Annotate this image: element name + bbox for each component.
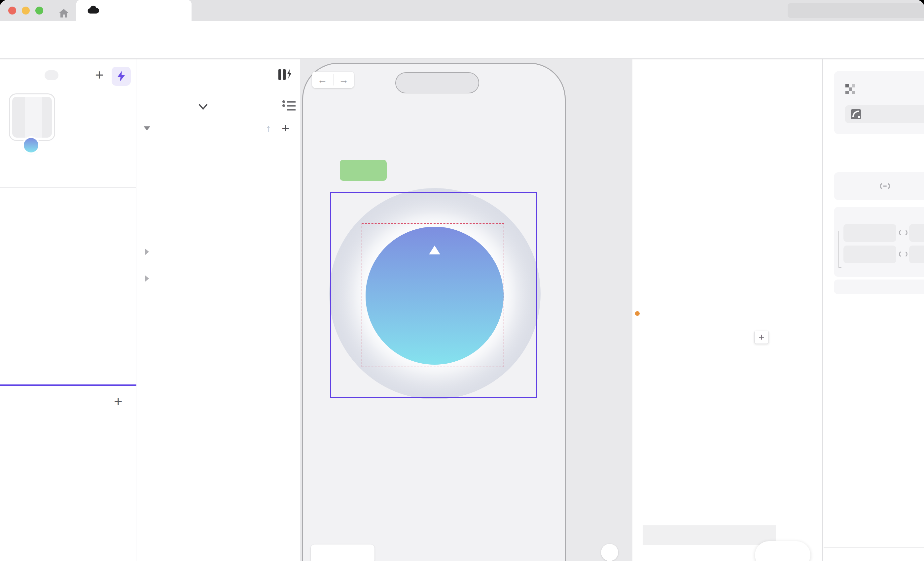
help-button[interactable] <box>601 544 618 561</box>
back-arrow-icon[interactable]: ← <box>312 74 333 85</box>
home-icon[interactable] <box>58 8 69 18</box>
properties-panel <box>822 59 924 561</box>
dynamic-island <box>395 72 479 93</box>
minimize-window-button[interactable] <box>22 7 30 15</box>
range-to-1[interactable] <box>909 224 924 242</box>
color-layer-icon <box>851 109 861 119</box>
add-component-button[interactable]: + <box>282 121 289 136</box>
range-from-2[interactable] <box>843 245 896 263</box>
link-icon <box>898 230 908 236</box>
selected-layer-row[interactable] <box>845 105 924 123</box>
components-panel: ↑ + <box>136 59 300 561</box>
drop-indicator <box>0 384 136 386</box>
add-variable-button[interactable]: + <box>114 393 123 410</box>
canvas[interactable]: ← → <box>300 59 632 561</box>
collapse-caret-icon[interactable] <box>144 126 150 130</box>
range-to-2[interactable] <box>909 245 924 263</box>
upload-component-icon[interactable]: ↑ <box>266 123 271 134</box>
add-response-button[interactable]: + <box>754 331 769 344</box>
interactions-panel: + <box>632 59 822 561</box>
toolbar <box>0 21 924 59</box>
tab-pressure-control[interactable] <box>76 0 192 21</box>
range-from-1[interactable] <box>843 224 896 242</box>
tab-bar <box>0 0 924 21</box>
link-icon <box>898 251 908 257</box>
scene-nav-buttons[interactable]: ← → <box>312 72 354 88</box>
app-window: + + ↑ + <box>0 0 924 561</box>
close-window-button[interactable] <box>8 7 16 15</box>
left-panel: + + <box>0 59 136 561</box>
link-icon <box>879 183 891 189</box>
scenes-count-badge <box>45 70 58 80</box>
list-view-icon[interactable] <box>282 99 296 112</box>
modified-indicator <box>635 311 640 316</box>
component-checker-icon <box>845 84 856 95</box>
protopie-badge[interactable] <box>755 541 810 561</box>
selection-rect <box>330 192 537 398</box>
selected-response-card <box>834 71 924 134</box>
forward-arrow-icon[interactable]: → <box>333 74 354 85</box>
range-card <box>834 207 924 277</box>
expand-caret-icon[interactable] <box>145 248 149 255</box>
bolt-icon <box>117 71 126 82</box>
scene-thumb-gauge <box>24 138 38 153</box>
angle-badge <box>340 160 387 181</box>
zoom-control[interactable] <box>311 545 375 561</box>
library-columns-icon[interactable] <box>278 69 292 81</box>
cloud-doc-icon <box>87 6 99 14</box>
expand-caret-icon[interactable] <box>145 275 149 282</box>
mapping-pair-card <box>834 172 924 200</box>
free-plan-banner[interactable] <box>788 3 924 18</box>
auto-interaction-button[interactable] <box>112 67 131 86</box>
maximize-window-button[interactable] <box>35 7 43 15</box>
add-range-button[interactable] <box>834 280 924 294</box>
scene-thumbnail[interactable] <box>9 93 55 141</box>
chevron-down-icon <box>198 104 208 109</box>
add-scene-button[interactable]: + <box>95 67 104 83</box>
add-trigger-button[interactable] <box>643 525 776 545</box>
